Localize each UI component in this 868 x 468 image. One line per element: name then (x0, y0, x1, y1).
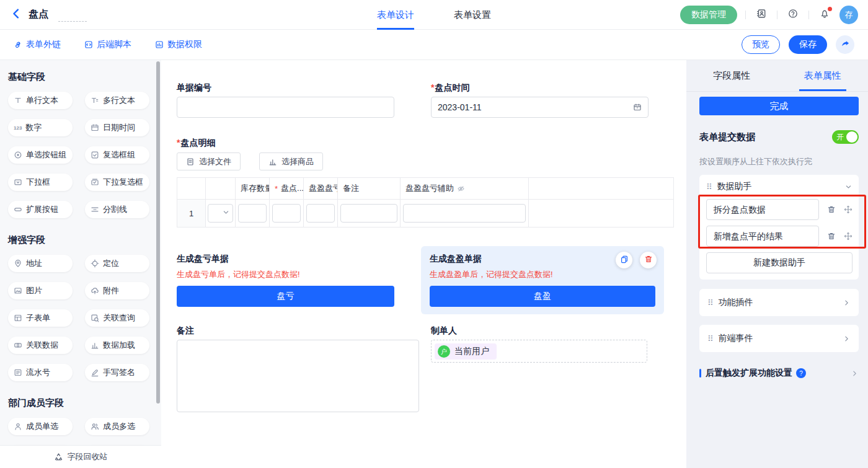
sidebar-field-item[interactable]: 下拉框 (8, 174, 73, 191)
profit-action-button[interactable]: 盘盈 (430, 286, 655, 307)
field-creator[interactable]: 制单人 户 当前用户 (431, 325, 647, 412)
sidebar-field-item[interactable]: 成员多选 (85, 418, 149, 435)
post-trigger-label: 后置触发扩展功能设置 (706, 368, 792, 379)
delete-field-button[interactable] (640, 252, 657, 268)
select-file-button[interactable]: 选择文件 (177, 152, 241, 170)
plugin-card[interactable]: ⠿ 功能插件 (699, 289, 859, 316)
field-check-time[interactable]: 盘点时间 2023-01-11 (431, 82, 649, 118)
sidebar-field-item[interactable]: 数据加载 (85, 337, 149, 354)
frontend-event-card[interactable]: ⠿ 前端事件 (699, 325, 859, 352)
save-button[interactable]: 保存 (789, 35, 827, 54)
data-helper-card: ⠿ 数据助手 拆分盘点数据新增盘点平的结果 新建数据助手 (699, 175, 859, 280)
chevron-right-icon (851, 369, 859, 377)
header-tab[interactable]: 表单设置 (454, 0, 491, 30)
field-item-label: 关联查询 (103, 312, 135, 324)
row-cell-input[interactable] (403, 204, 526, 223)
sidebar-field-item[interactable]: 日期时间 (85, 119, 149, 136)
done-button[interactable]: 完成 (699, 97, 859, 115)
move-icon[interactable] (844, 232, 852, 241)
sidebar-field-item[interactable]: 123数字 (8, 119, 73, 136)
sidebar-field-item[interactable]: 扩展按钮 (8, 201, 73, 218)
properties-tab[interactable]: 字段属性 (686, 60, 777, 91)
field-detail-subform[interactable]: 盘点明细 选择文件 选择商品 库存数量*盘点...盘盈盘亏备注盘盈盘亏辅助1 (177, 138, 686, 227)
creator-input[interactable]: 户 当前用户 (431, 340, 647, 363)
preview-button[interactable]: 预览 (742, 35, 780, 54)
sidebar-field-item[interactable]: 子表单 (8, 309, 73, 327)
sidebar-field-item[interactable]: 图片 (8, 282, 73, 299)
address-icon (14, 259, 22, 268)
loss-hint-text: 生成盘亏单后，记得提交盘点数据! (177, 269, 394, 280)
sidebar-scrollbar[interactable] (156, 61, 160, 404)
table-header-cell: 盘盈盘亏 (304, 178, 338, 200)
form-description-placeholder[interactable] (58, 8, 87, 22)
post-trigger-settings[interactable]: 后置触发扩展功能设置 ? (699, 368, 859, 379)
sidebar-field-item[interactable]: 单选按钮组 (8, 146, 73, 164)
sidebar-field-item[interactable]: 流水号 (8, 364, 73, 381)
data-load-icon (91, 341, 99, 350)
data-helper-item-name[interactable]: 新增盘点平的结果 (706, 226, 819, 247)
row-cell-input[interactable] (340, 204, 397, 223)
field-item-label: 下拉复选框 (103, 177, 143, 188)
chevron-down-icon[interactable] (844, 183, 852, 191)
header-tab[interactable]: 表单设计 (377, 0, 414, 30)
select-goods-button[interactable]: 选择商品 (259, 152, 323, 170)
sidebar-field-item[interactable]: 多行文本 (85, 92, 149, 109)
row-cell-input[interactable] (306, 204, 335, 223)
move-icon[interactable] (844, 205, 852, 214)
sidebar-field-item[interactable]: 附件 (85, 282, 149, 299)
table-header-label: 库存数量 (241, 183, 270, 194)
back-button[interactable] (10, 7, 22, 22)
sidebar-field-item[interactable]: 分割线 (85, 201, 149, 218)
data-manage-button[interactable]: 数据管理 (680, 6, 737, 24)
sidebar-field-item[interactable]: 地址 (8, 255, 73, 272)
field-recycle-button[interactable]: 字段回收站 (0, 445, 161, 468)
share-button[interactable] (836, 35, 854, 54)
copy-field-button[interactable] (616, 252, 632, 268)
sidebar-field-item[interactable]: 关联查询 (85, 309, 149, 327)
notification-bell-icon[interactable] (817, 7, 832, 22)
row-cell-input[interactable] (238, 204, 267, 223)
drag-handle-icon[interactable]: ⠿ (706, 182, 712, 192)
form-title[interactable]: 盘点 (29, 8, 48, 21)
field-profit-button-selected[interactable]: 生成盘盈单据 生成盘盈单后，记得提交盘点数据! 盘盈 (421, 246, 664, 314)
doc-no-input[interactable] (177, 97, 394, 118)
sidebar-field-item[interactable]: 下拉复选框 (85, 174, 149, 191)
drag-handle-icon[interactable]: ⠿ (707, 334, 713, 343)
notification-dot (828, 7, 832, 11)
submit-data-toggle[interactable]: 开 (832, 130, 859, 144)
toolbar-link[interactable]: 数据权限 (155, 39, 202, 50)
row-select-input[interactable] (208, 204, 233, 223)
sidebar-field-item[interactable]: 成员单选 (8, 418, 73, 435)
field-palette-sidebar: 基础字段单行文本多行文本123数字日期时间单选按钮组复选框组下拉框下拉复选框扩展… (0, 60, 161, 468)
data-helper-header[interactable]: ⠿ 数据助手 (706, 180, 852, 193)
contact-book-icon[interactable] (754, 7, 769, 22)
check-time-input[interactable]: 2023-01-11 (431, 97, 649, 118)
toolbar-link[interactable]: 后端脚本 (84, 39, 131, 50)
sidebar-field-item[interactable]: 定位 (85, 255, 149, 272)
field-item-label: 子表单 (26, 312, 50, 324)
execution-order-hint: 按设置顺序从上往下依次执行完 (699, 156, 859, 167)
remark-textarea[interactable] (177, 340, 419, 412)
member-multi-icon (91, 422, 99, 431)
row-cell-input[interactable] (272, 204, 301, 223)
sidebar-field-item[interactable]: 单行文本 (8, 92, 73, 109)
field-remark[interactable]: 备注 (177, 325, 419, 412)
current-user-tag[interactable]: 户 当前用户 (435, 343, 497, 360)
toolbar-link[interactable]: 表单外链 (14, 39, 61, 50)
trash-icon[interactable] (827, 205, 836, 214)
trash-icon[interactable] (827, 232, 836, 241)
question-circle-icon[interactable]: ? (796, 368, 806, 378)
table-header-cell: 备注 (338, 178, 401, 200)
sidebar-field-item[interactable]: 关联数据 (8, 337, 73, 354)
sidebar-field-item[interactable]: 手写签名 (85, 364, 149, 381)
properties-tab[interactable]: 表单属性 (777, 60, 868, 91)
data-helper-item-name[interactable]: 拆分盘点数据 (706, 199, 819, 220)
field-loss-button[interactable]: 生成盘亏单据 生成盘亏单后，记得提交盘点数据! 盘亏 (177, 246, 394, 314)
field-doc-no[interactable]: 单据编号 (177, 82, 394, 118)
drag-handle-icon[interactable]: ⠿ (707, 298, 713, 307)
user-avatar[interactable]: 存 (839, 6, 858, 24)
new-data-helper-button[interactable]: 新建数据助手 (706, 252, 852, 273)
sidebar-field-item[interactable]: 复选框组 (85, 146, 149, 164)
help-icon[interactable] (786, 7, 800, 22)
loss-action-button[interactable]: 盘亏 (177, 286, 394, 307)
